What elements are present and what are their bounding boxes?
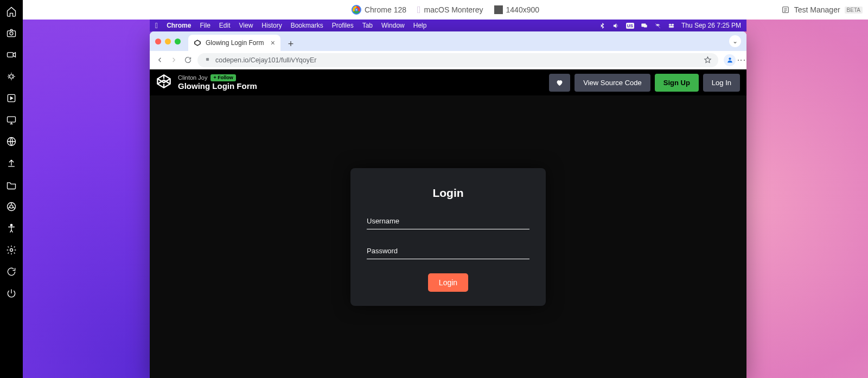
svg-rect-5 — [8, 117, 16, 122]
remote-desktop:  Chrome File Edit View History Bookmark… — [23, 20, 868, 378]
bookmark-star-icon[interactable] — [703, 56, 712, 65]
svg-rect-15 — [672, 24, 674, 25]
apple-icon:  — [417, 4, 421, 16]
menubar-window[interactable]: Window — [381, 22, 405, 29]
apple-menu-icon[interactable]:  — [155, 21, 158, 30]
follow-button[interactable]: + Follow — [210, 74, 235, 81]
chrome-window: Glowing Login Form × + ⌄ codepen.io/Ceja… — [150, 31, 746, 378]
tabs-dropdown-button[interactable]: ⌄ — [729, 35, 741, 47]
folder-icon[interactable] — [5, 179, 17, 191]
video-icon[interactable] — [5, 49, 17, 61]
monitor-icon[interactable] — [5, 114, 17, 126]
login-heading: Login — [367, 187, 529, 200]
url-text: codepen.io/Cejay101/full/vYqoyEr — [215, 56, 316, 64]
svg-point-9 — [10, 225, 12, 226]
play-square-icon[interactable] — [5, 92, 17, 104]
pen-title: Glowing Login Form — [178, 81, 257, 91]
love-button[interactable] — [549, 74, 570, 92]
menubar-clock[interactable]: Thu Sep 26 7:25 PM — [681, 22, 741, 29]
back-button[interactable] — [155, 56, 164, 65]
macos-menubar:  Chrome File Edit View History Bookmark… — [150, 20, 746, 31]
svg-point-8 — [10, 205, 13, 208]
bluetooth-icon[interactable] — [599, 22, 606, 29]
svg-rect-14 — [669, 24, 671, 25]
browser-indicator: Chrome 128 — [352, 5, 406, 15]
codepen-header: Clinton Joy + Follow Glowing Login Form … — [150, 69, 746, 95]
minimize-window-button[interactable] — [165, 39, 171, 44]
os-indicator:  macOS Monterey — [417, 4, 483, 16]
home-icon[interactable] — [5, 5, 17, 17]
test-manager-link[interactable]: Test Manager — [794, 5, 840, 14]
resolution-label: 1440x900 — [506, 5, 540, 14]
accessibility-icon[interactable] — [5, 222, 17, 234]
codepen-favicon-icon — [194, 39, 201, 47]
window-controls — [155, 31, 188, 51]
new-tab-button[interactable]: + — [284, 37, 298, 51]
menubar-app[interactable]: Chrome — [167, 22, 191, 29]
input-source-badge[interactable]: US — [626, 23, 634, 29]
pen-preview: Login Username Password Login — [150, 95, 746, 378]
camera-icon[interactable] — [5, 27, 17, 39]
menubar-bookmarks[interactable]: Bookmarks — [291, 22, 323, 29]
upload-icon[interactable] — [5, 157, 17, 169]
sync-icon[interactable] — [5, 266, 17, 278]
menubar-file[interactable]: File — [200, 22, 210, 29]
beta-badge: BETA — [845, 7, 863, 14]
svg-rect-16 — [669, 26, 674, 28]
svg-rect-2 — [8, 53, 14, 57]
menubar-view[interactable]: View — [239, 22, 253, 29]
tool-sidebar — [0, 0, 23, 378]
screen-mirror-icon[interactable] — [641, 22, 648, 29]
power-icon[interactable] — [5, 287, 17, 299]
resolution-icon — [494, 5, 503, 14]
test-session-header: Chrome 128  macOS Monterey 1440x900 Tes… — [23, 0, 868, 20]
view-source-button[interactable]: View Source Code — [575, 74, 650, 92]
resolution-indicator: 1440x900 — [494, 5, 540, 14]
close-window-button[interactable] — [155, 39, 161, 44]
browser-tab[interactable]: Glowing Login Form × — [188, 35, 280, 51]
settings-gear-icon[interactable] — [5, 244, 17, 256]
site-info-icon[interactable] — [204, 56, 211, 65]
globe-icon[interactable] — [5, 136, 17, 148]
bug-icon[interactable] — [5, 71, 17, 82]
codepen-logo-icon[interactable] — [156, 74, 171, 91]
chrome-outline-icon[interactable] — [5, 201, 17, 213]
svg-rect-13 — [644, 24, 647, 27]
svg-point-1 — [10, 32, 13, 35]
volume-icon[interactable] — [612, 22, 620, 29]
login-submit-button[interactable]: Login — [428, 273, 468, 292]
control-center-icon[interactable] — [668, 22, 675, 29]
login-button[interactable]: Log In — [703, 74, 740, 92]
menubar-profiles[interactable]: Profiles — [332, 22, 354, 29]
profile-button[interactable] — [724, 54, 736, 66]
svg-point-10 — [10, 249, 13, 252]
signup-button[interactable]: Sign Up — [655, 74, 699, 92]
login-form-card: Login Username Password Login — [350, 168, 546, 306]
os-label: macOS Monterey — [424, 5, 483, 14]
chrome-icon — [352, 5, 361, 15]
menubar-help[interactable]: Help — [413, 22, 427, 29]
browser-label: Chrome 128 — [365, 5, 406, 14]
menubar-edit[interactable]: Edit — [219, 22, 231, 29]
chrome-tabstrip: Glowing Login Form × + ⌄ — [150, 31, 746, 51]
tab-title: Glowing Login Form — [206, 39, 264, 47]
address-bar[interactable]: codepen.io/Cejay101/full/vYqoyEr — [197, 53, 718, 67]
wifi-off-icon[interactable] — [654, 22, 661, 29]
maximize-window-button[interactable] — [175, 39, 181, 44]
test-manager-icon — [781, 5, 790, 14]
close-tab-icon[interactable]: × — [271, 39, 275, 47]
menubar-tab[interactable]: Tab — [362, 22, 373, 29]
forward-button[interactable] — [169, 56, 178, 65]
password-input[interactable] — [367, 244, 529, 259]
pen-author[interactable]: Clinton Joy — [178, 74, 207, 81]
reload-button[interactable] — [183, 56, 192, 65]
chrome-toolbar: codepen.io/Cejay101/full/vYqoyEr ⋮ — [150, 51, 746, 69]
username-input[interactable] — [367, 214, 529, 229]
menubar-history[interactable]: History — [261, 22, 282, 29]
svg-point-17 — [729, 57, 731, 60]
